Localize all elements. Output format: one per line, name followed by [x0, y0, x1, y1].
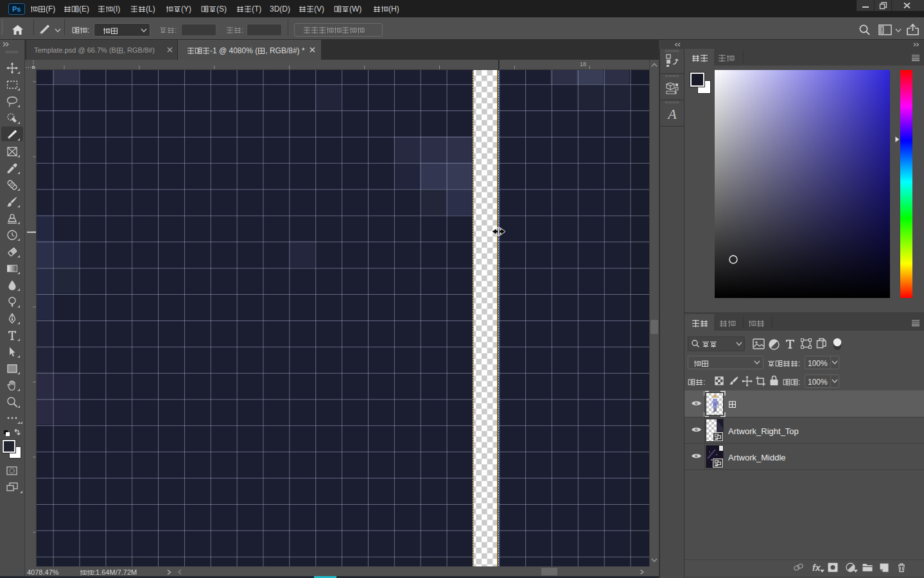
svg-text:A: A: [667, 107, 677, 122]
